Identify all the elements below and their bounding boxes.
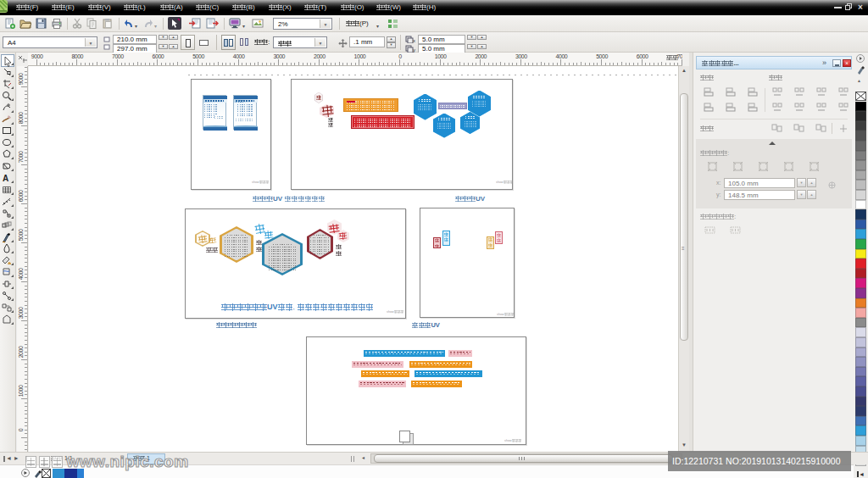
- svg-text:A: A: [3, 174, 8, 183]
